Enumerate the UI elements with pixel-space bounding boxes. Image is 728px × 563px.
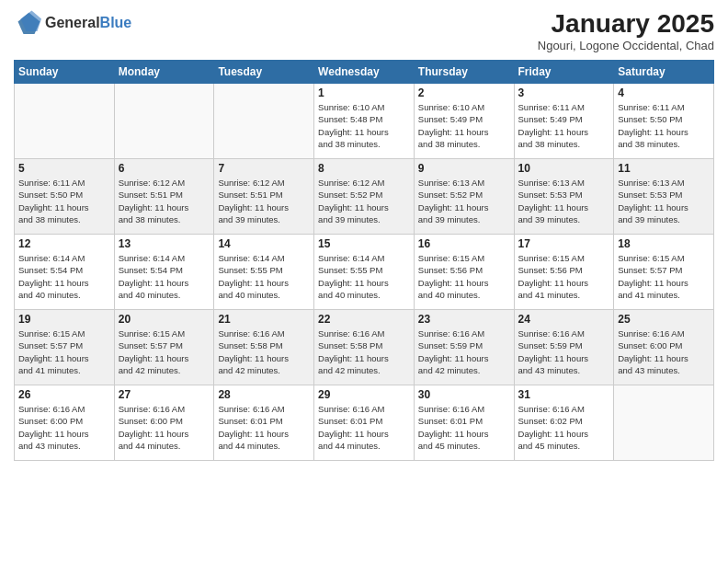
page-header: General Blue January 2025 Ngouri, Logone… (14, 9, 714, 52)
title-block: January 2025 Ngouri, Logone Occidental, … (538, 9, 714, 52)
calendar-location: Ngouri, Logone Occidental, Chad (538, 39, 714, 52)
table-row (214, 84, 314, 159)
calendar-week-3: 19Sunrise: 6:15 AM Sunset: 5:57 PM Dayli… (15, 310, 714, 385)
day-info: Sunrise: 6:15 AM Sunset: 5:57 PM Dayligh… (618, 252, 710, 301)
table-row: 29Sunrise: 6:16 AM Sunset: 6:01 PM Dayli… (314, 385, 415, 461)
table-row: 7Sunrise: 6:12 AM Sunset: 5:51 PM Daylig… (214, 159, 314, 235)
day-info: Sunrise: 6:12 AM Sunset: 5:51 PM Dayligh… (119, 177, 210, 225)
calendar-table: Sunday Monday Tuesday Wednesday Thursday… (14, 60, 714, 461)
table-row: 16Sunrise: 6:15 AM Sunset: 5:56 PM Dayli… (414, 235, 514, 310)
table-row (15, 84, 115, 159)
table-row: 2Sunrise: 6:10 AM Sunset: 5:49 PM Daylig… (414, 84, 514, 159)
day-number: 28 (218, 388, 310, 401)
day-number: 2 (418, 86, 510, 99)
table-row: 6Sunrise: 6:12 AM Sunset: 5:51 PM Daylig… (114, 159, 214, 235)
day-number: 12 (18, 237, 110, 250)
header-tuesday: Tuesday (214, 61, 314, 84)
header-wednesday: Wednesday (314, 61, 415, 84)
logo-text: General Blue (45, 16, 131, 30)
calendar-week-2: 12Sunrise: 6:14 AM Sunset: 5:54 PM Dayli… (15, 235, 714, 310)
table-row: 24Sunrise: 6:16 AM Sunset: 5:59 PM Dayli… (514, 310, 614, 385)
table-row: 12Sunrise: 6:14 AM Sunset: 5:54 PM Dayli… (15, 235, 115, 310)
logo-blue: Blue (100, 16, 132, 30)
day-info: Sunrise: 6:16 AM Sunset: 6:01 PM Dayligh… (418, 403, 510, 452)
table-row: 28Sunrise: 6:16 AM Sunset: 6:01 PM Dayli… (214, 385, 314, 461)
table-row: 13Sunrise: 6:14 AM Sunset: 5:54 PM Dayli… (114, 235, 214, 310)
day-info: Sunrise: 6:16 AM Sunset: 5:58 PM Dayligh… (218, 327, 310, 376)
table-row: 22Sunrise: 6:16 AM Sunset: 5:58 PM Dayli… (314, 310, 415, 385)
header-row: Sunday Monday Tuesday Wednesday Thursday… (15, 61, 714, 84)
day-number: 11 (618, 162, 710, 175)
day-info: Sunrise: 6:13 AM Sunset: 5:53 PM Dayligh… (618, 177, 710, 225)
day-number: 1 (318, 86, 410, 99)
calendar-week-1: 5Sunrise: 6:11 AM Sunset: 5:50 PM Daylig… (15, 159, 714, 235)
day-number: 5 (18, 162, 110, 175)
table-row: 14Sunrise: 6:14 AM Sunset: 5:55 PM Dayli… (214, 235, 314, 310)
day-info: Sunrise: 6:16 AM Sunset: 5:58 PM Dayligh… (318, 327, 410, 376)
page-container: General Blue January 2025 Ngouri, Logone… (0, 0, 728, 563)
day-info: Sunrise: 6:14 AM Sunset: 5:54 PM Dayligh… (18, 252, 110, 301)
day-number: 30 (418, 388, 510, 401)
table-row: 19Sunrise: 6:15 AM Sunset: 5:57 PM Dayli… (15, 310, 115, 385)
day-info: Sunrise: 6:15 AM Sunset: 5:56 PM Dayligh… (418, 252, 510, 301)
table-row: 10Sunrise: 6:13 AM Sunset: 5:53 PM Dayli… (514, 159, 614, 235)
day-number: 9 (418, 162, 510, 175)
table-row: 26Sunrise: 6:16 AM Sunset: 6:00 PM Dayli… (15, 385, 115, 461)
day-number: 15 (318, 237, 410, 250)
day-number: 19 (18, 313, 110, 326)
table-row: 3Sunrise: 6:11 AM Sunset: 5:49 PM Daylig… (514, 84, 614, 159)
table-row: 18Sunrise: 6:15 AM Sunset: 5:57 PM Dayli… (614, 235, 714, 310)
calendar-title: January 2025 (538, 9, 714, 39)
day-number: 13 (119, 237, 210, 250)
table-row: 1Sunrise: 6:10 AM Sunset: 5:48 PM Daylig… (314, 84, 415, 159)
day-info: Sunrise: 6:14 AM Sunset: 5:54 PM Dayligh… (119, 252, 210, 301)
header-saturday: Saturday (614, 61, 714, 84)
day-info: Sunrise: 6:16 AM Sunset: 6:00 PM Dayligh… (18, 403, 110, 452)
day-number: 6 (119, 162, 210, 175)
table-row: 15Sunrise: 6:14 AM Sunset: 5:55 PM Dayli… (314, 235, 415, 310)
day-info: Sunrise: 6:11 AM Sunset: 5:50 PM Dayligh… (618, 101, 710, 150)
day-info: Sunrise: 6:14 AM Sunset: 5:55 PM Dayligh… (318, 252, 410, 301)
table-row (114, 84, 214, 159)
table-row: 8Sunrise: 6:12 AM Sunset: 5:52 PM Daylig… (314, 159, 415, 235)
day-info: Sunrise: 6:13 AM Sunset: 5:52 PM Dayligh… (418, 177, 510, 225)
day-number: 21 (218, 313, 310, 326)
day-number: 8 (318, 162, 410, 175)
day-number: 29 (318, 388, 410, 401)
day-info: Sunrise: 6:12 AM Sunset: 5:52 PM Dayligh… (318, 177, 410, 225)
day-number: 10 (518, 162, 610, 175)
day-info: Sunrise: 6:15 AM Sunset: 5:57 PM Dayligh… (18, 327, 110, 376)
day-info: Sunrise: 6:12 AM Sunset: 5:51 PM Dayligh… (218, 177, 310, 225)
day-info: Sunrise: 6:14 AM Sunset: 5:55 PM Dayligh… (218, 252, 310, 301)
day-info: Sunrise: 6:16 AM Sunset: 6:01 PM Dayligh… (318, 403, 410, 452)
day-number: 31 (518, 388, 610, 401)
header-friday: Friday (514, 61, 614, 84)
table-row: 23Sunrise: 6:16 AM Sunset: 5:59 PM Dayli… (414, 310, 514, 385)
day-info: Sunrise: 6:16 AM Sunset: 5:59 PM Dayligh… (518, 327, 610, 376)
header-thursday: Thursday (414, 61, 514, 84)
day-info: Sunrise: 6:11 AM Sunset: 5:49 PM Dayligh… (518, 101, 610, 150)
table-row: 17Sunrise: 6:15 AM Sunset: 5:56 PM Dayli… (514, 235, 614, 310)
day-number: 14 (218, 237, 310, 250)
table-row: 9Sunrise: 6:13 AM Sunset: 5:52 PM Daylig… (414, 159, 514, 235)
day-number: 24 (518, 313, 610, 326)
day-info: Sunrise: 6:10 AM Sunset: 5:48 PM Dayligh… (318, 101, 410, 150)
header-sunday: Sunday (15, 61, 115, 84)
day-number: 17 (518, 237, 610, 250)
header-monday: Monday (114, 61, 214, 84)
table-row: 25Sunrise: 6:16 AM Sunset: 6:00 PM Dayli… (614, 310, 714, 385)
day-info: Sunrise: 6:13 AM Sunset: 5:53 PM Dayligh… (518, 177, 610, 225)
table-row: 11Sunrise: 6:13 AM Sunset: 5:53 PM Dayli… (614, 159, 714, 235)
day-info: Sunrise: 6:16 AM Sunset: 6:02 PM Dayligh… (518, 403, 610, 452)
table-row: 31Sunrise: 6:16 AM Sunset: 6:02 PM Dayli… (514, 385, 614, 461)
day-number: 7 (218, 162, 310, 175)
table-row: 30Sunrise: 6:16 AM Sunset: 6:01 PM Dayli… (414, 385, 514, 461)
day-info: Sunrise: 6:16 AM Sunset: 6:01 PM Dayligh… (218, 403, 310, 452)
day-info: Sunrise: 6:16 AM Sunset: 6:00 PM Dayligh… (618, 327, 710, 376)
day-number: 16 (418, 237, 510, 250)
day-number: 27 (119, 388, 210, 401)
logo-general: General (45, 16, 100, 30)
day-info: Sunrise: 6:16 AM Sunset: 5:59 PM Dayligh… (418, 327, 510, 376)
logo: General Blue (14, 9, 131, 37)
calendar-week-0: 1Sunrise: 6:10 AM Sunset: 5:48 PM Daylig… (15, 84, 714, 159)
